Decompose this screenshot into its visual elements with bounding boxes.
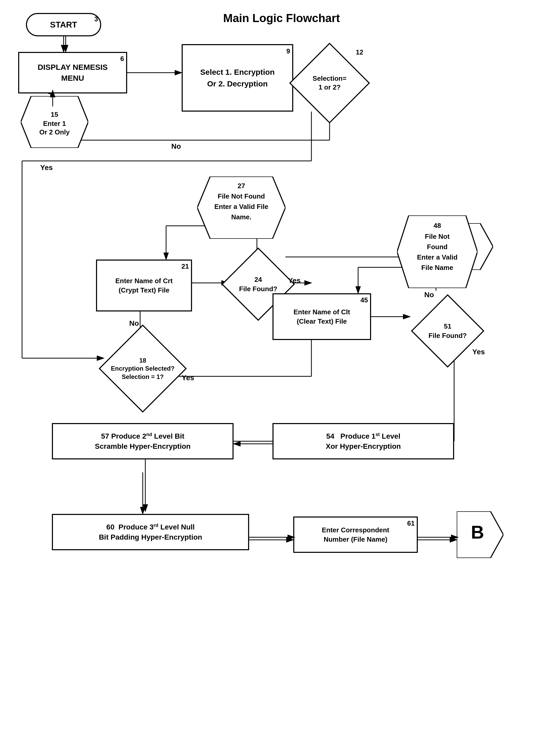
svg-text:27: 27	[238, 182, 245, 190]
file-found-51-text: 51File Found?	[413, 296, 483, 366]
start-shape: START 3	[26, 13, 101, 36]
svg-text:Enter a Valid: Enter a Valid	[417, 253, 458, 261]
svg-text:48: 48	[434, 222, 441, 229]
flowchart: Main Logic Flowchart	[0, 0, 560, 741]
display-menu-shape: DISPLAY NEMESISMENU 6	[18, 52, 127, 93]
select-num: 9	[286, 46, 290, 56]
enter-crt-shape: Enter Name of Crt(Crypt Text) File 21	[96, 260, 192, 312]
svg-text:B: B	[471, 522, 484, 542]
svg-text:Name.: Name.	[231, 213, 252, 221]
produce-1st-label: 54 Produce 1st LevelXor Hyper-Encryption	[326, 431, 401, 451]
select-enc-dec-shape: Select 1. EncryptionOr 2. Decryption 9	[182, 44, 293, 112]
file-found-24-wrapper: 24File Found?	[223, 249, 293, 319]
arrow-1st-2nd	[231, 439, 275, 449]
selection-check-wrapper: Selection=1 or 2? 12	[293, 47, 366, 119]
enc-selected-wrapper: 18Encryption Selected?Selection = 1?	[101, 327, 184, 410]
display-menu-num: 6	[121, 54, 124, 63]
svg-text:File Not: File Not	[425, 232, 450, 240]
page-title: Main Logic Flowchart	[223, 12, 340, 25]
enter-crt-label: Enter Name of Crt(Crypt Text) File	[115, 276, 172, 295]
connector-b: B	[457, 511, 503, 558]
file-not-found-48: 48 File Not Found Enter a Valid File Nam…	[397, 215, 478, 288]
enter-correspondent-shape: Enter CorrespondentNumber (File Name) 61	[293, 517, 418, 553]
svg-text:Found: Found	[427, 243, 447, 251]
start-num: 3	[94, 15, 98, 23]
no-label-enc: No	[129, 319, 139, 328]
arrow-start-menu	[61, 36, 71, 55]
no-label-1: No	[171, 142, 181, 150]
display-menu-label: DISPLAY NEMESISMENU	[38, 62, 108, 83]
enter-correspondent-num: 61	[407, 519, 415, 528]
select-label: Select 1. EncryptionOr 2. Decryption	[200, 66, 275, 89]
produce-3rd-shape: 60 Produce 3rd Level NullBit Padding Hyp…	[52, 514, 249, 550]
arrow-2nd-3rd	[140, 459, 150, 517]
svg-text:File Not Found: File Not Found	[218, 192, 265, 200]
enter-correspondent-label: Enter CorrespondentNumber (File Name)	[322, 525, 389, 544]
enter-crt-num: 21	[182, 262, 189, 271]
produce-2nd-label: 57 Produce 2nd Level BitScramble Hyper-E…	[95, 431, 191, 451]
produce-3rd-label: 60 Produce 3rd Level NullBit Padding Hyp…	[99, 522, 202, 542]
svg-text:Enter 1: Enter 1	[43, 120, 66, 127]
file-found-51-wrapper: 51File Found?	[413, 296, 483, 366]
file-not-found-27: 27 File Not Found Enter a Valid File Nam…	[197, 177, 285, 239]
produce-1st-shape: 54 Produce 1st LevelXor Hyper-Encryption	[273, 423, 454, 459]
svg-text:Enter a Valid File: Enter a Valid File	[214, 203, 268, 210]
svg-text:15: 15	[51, 111, 58, 118]
arrow-corr-b	[418, 532, 461, 542]
yes-label-1: Yes	[40, 163, 53, 172]
enc-selected-text: 18Encryption Selected?Selection = 1?	[101, 327, 184, 410]
enter-clt-num: 45	[360, 295, 368, 305]
file-found-24-text: 24File Found?	[223, 249, 293, 319]
produce-2nd-shape: 57 Produce 2nd Level BitScramble Hyper-E…	[52, 423, 233, 459]
arrow-enter-menu	[48, 88, 58, 109]
start-label: START	[50, 20, 77, 29]
svg-text:File Name: File Name	[421, 264, 453, 271]
svg-text:Or 2 Only: Or 2 Only	[39, 128, 70, 136]
arrow-3rd-corr	[249, 532, 297, 542]
enter-clt-label: Enter Name of Clt(Clear Text) File	[293, 307, 350, 326]
selection-check-text: Selection=1 or 2?	[293, 47, 366, 119]
